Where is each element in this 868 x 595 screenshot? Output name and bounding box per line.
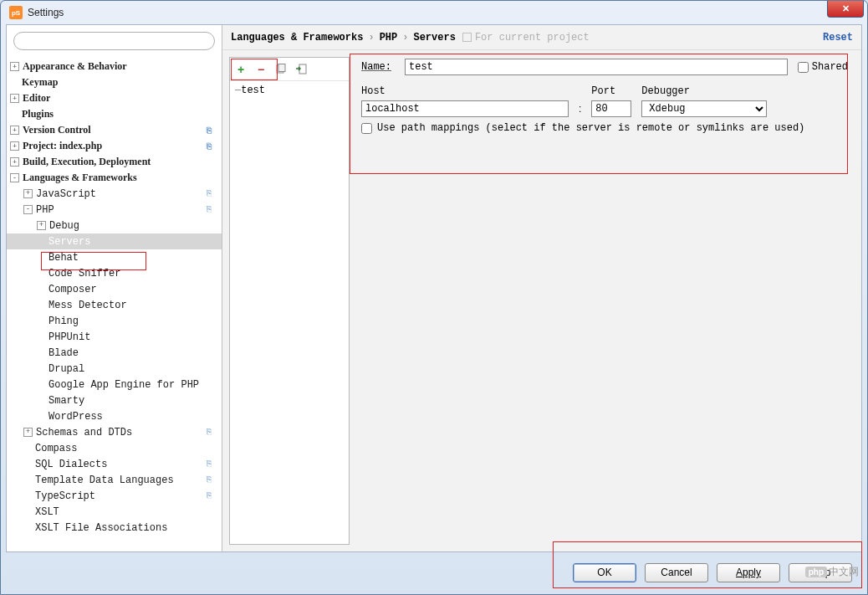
server-list[interactable]: —test [230,81,349,544]
project-scope-icon: ⎘ [207,475,217,485]
expand-icon[interactable]: + [10,141,19,151]
tree-item-blade[interactable]: Blade [7,345,222,361]
main-panel: Languages & Frameworks › PHP › Servers F… [222,25,861,551]
server-list-item[interactable]: —test [230,83,349,98]
tree-item-behat[interactable]: Behat [7,249,222,265]
watermark: php 中文网 [805,565,859,579]
content-area: +Appearance & BehaviorKeymap+EditorPlugi… [6,24,862,552]
tree-item-build-execution-deployment[interactable]: +Build, Execution, Deployment [7,154,222,170]
tree-item-label: JavaScript [36,188,96,200]
remove-server-button[interactable]: − [253,62,268,77]
tree-item-xslt-file-associations[interactable]: XSLT File Associations [7,520,222,536]
tree-item-xslt[interactable]: XSLT [7,504,222,520]
settings-tree[interactable]: +Appearance & BehaviorKeymap+EditorPlugi… [7,55,222,551]
path-mappings-checkbox[interactable] [361,123,372,134]
tree-item-label: Editor [23,92,50,105]
tree-item-editor[interactable]: +Editor [7,90,222,106]
tree-item-label: Composer [49,284,97,295]
tree-item-debug[interactable]: +Debug [7,218,222,233]
titlebar[interactable]: pS Settings ✕ [1,1,867,24]
collapse-icon[interactable]: - [10,173,19,182]
tree-item-label: Smarty [49,395,84,407]
tree-item-label: Template Data Languages [35,474,174,486]
collapse-icon[interactable]: - [23,205,33,214]
import-server-button[interactable] [294,62,309,77]
tree-item-javascript[interactable]: +JavaScript⎘ [7,186,222,202]
tree-item-phing[interactable]: Phing [7,313,222,329]
tree-item-appearance-behavior[interactable]: +Appearance & Behavior [7,59,222,74]
name-label: Name: [361,61,398,73]
tree-item-label: PHP [36,204,54,216]
tree-item-drupal[interactable]: Drupal [7,361,222,377]
tree-item-servers[interactable]: Servers [7,233,222,249]
project-scope-icon: ⎘ [207,189,217,199]
reset-link[interactable]: Reset [823,32,853,44]
project-scope-hint: For current project [462,32,590,44]
copy-server-button[interactable] [273,62,288,77]
server-name-input[interactable] [405,59,788,75]
project-scope-icon: ⎘ [207,205,217,215]
project-scope-icon: ⎘ [207,491,217,501]
server-toolbar: + − [230,58,349,81]
expand-icon[interactable]: + [10,94,19,103]
tree-item-label: Plugins [22,108,54,121]
tree-item-composer[interactable]: Composer [7,281,222,297]
tree-item-php[interactable]: -PHP⎘ [7,202,222,218]
host-label: Host [361,85,569,97]
tree-item-label: Phing [49,315,79,327]
tree-item-label: PHPUnit [49,331,90,343]
tree-item-label: Debug [49,220,79,232]
shared-checkbox[interactable] [798,62,809,73]
chevron-right-icon: › [402,32,408,44]
crumb-root[interactable]: Languages & Frameworks [231,32,363,44]
tree-item-wordpress[interactable]: WordPress [7,408,222,424]
tree-item-code-sniffer[interactable]: Code Sniffer [7,265,222,281]
tree-item-template-data-languages[interactable]: Template Data Languages⎘ [7,472,222,488]
tree-item-schemas-and-dtds[interactable]: +Schemas and DTDs⎘ [7,424,222,440]
expand-icon[interactable]: + [23,189,33,198]
host-input[interactable] [361,100,569,117]
tree-item-phpunit[interactable]: PHPUnit [7,329,222,345]
debugger-select[interactable]: Xdebug [641,100,767,117]
tree-item-label: Servers [49,236,90,248]
tree-item-label: Version Control [23,124,91,136]
expand-icon[interactable]: + [37,221,46,230]
cancel-button[interactable]: Cancel [645,563,708,582]
app-icon: pS [9,6,23,19]
tree-item-mess-detector[interactable]: Mess Detector [7,297,222,313]
server-list-panel: + − —test [229,57,350,545]
tree-item-languages-frameworks[interactable]: -Languages & Frameworks [7,170,222,186]
tree-item-keymap[interactable]: Keymap [7,74,222,90]
expand-icon[interactable]: + [10,157,19,167]
expand-icon[interactable]: + [10,62,19,71]
tree-item-smarty[interactable]: Smarty [7,392,222,408]
tree-item-label: Appearance & Behavior [23,60,127,73]
tree-item-sql-dialects[interactable]: SQL Dialects⎘ [7,456,222,472]
window-close-button[interactable]: ✕ [827,1,864,18]
settings-window: pS Settings ✕ +Appearance & BehaviorKeym… [0,0,868,595]
tree-item-project-index-php[interactable]: +Project: index.php⎘ [7,138,222,154]
port-input[interactable] [591,100,631,117]
tree-item-google-app-engine-for-php[interactable]: Google App Engine for PHP [7,377,222,392]
window-title: Settings [28,7,64,18]
tree-item-plugins[interactable]: Plugins [7,106,222,122]
tree-item-label: TypeScript [35,490,95,502]
expand-icon[interactable]: + [23,428,33,437]
path-mappings-label: Use path mappings (select if the server … [377,122,804,134]
search-input[interactable] [13,32,215,50]
debugger-label: Debugger [641,85,767,97]
tree-item-label: Languages & Frameworks [23,172,137,184]
tree-item-compass[interactable]: Compass [7,440,222,456]
sidebar: +Appearance & BehaviorKeymap+EditorPlugi… [7,25,222,551]
crumb-servers[interactable]: Servers [413,32,455,44]
apply-button[interactable]: Apply [717,563,780,582]
tree-item-label: Mess Detector [49,300,127,311]
crumb-php[interactable]: PHP [380,32,398,44]
tree-item-label: Compass [35,443,77,454]
tree-item-version-control[interactable]: +Version Control⎘ [7,122,222,138]
expand-icon[interactable]: + [10,126,19,135]
tree-item-label: Keymap [22,76,58,89]
ok-button[interactable]: OK [573,563,636,582]
add-server-button[interactable]: + [233,62,248,77]
tree-item-typescript[interactable]: TypeScript⎘ [7,488,222,504]
